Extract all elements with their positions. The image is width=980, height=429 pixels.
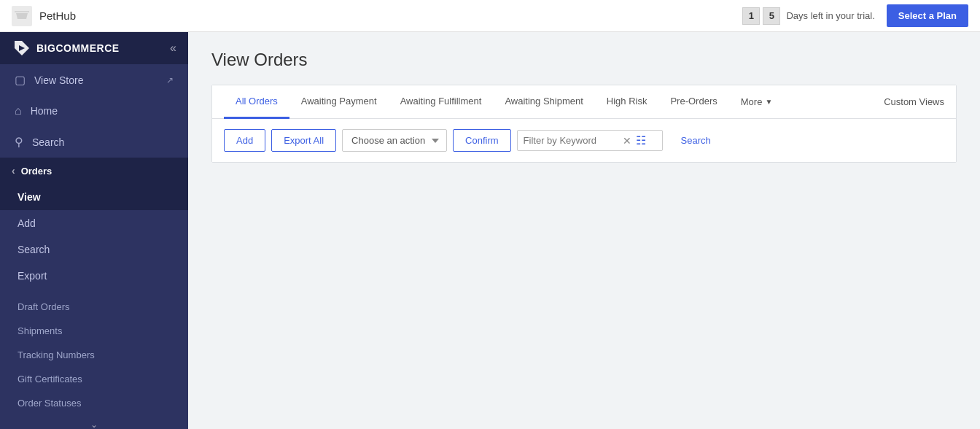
orders-card: All Orders Awaiting Payment Awaiting Ful…: [211, 85, 957, 163]
store-name: PetHub: [39, 9, 76, 22]
search-nav-icon: ⚲: [15, 135, 23, 149]
layout: BIGCOMMERCE « ▢ View Store ↗ ⌂ Home ⚲ Se…: [0, 32, 980, 429]
sidebar-orders-search-label: Search: [18, 244, 50, 255]
sidebar-tracking-numbers-label: Tracking Numbers: [18, 349, 95, 360]
tab-awaiting-shipment[interactable]: Awaiting Shipment: [493, 85, 594, 119]
tab-all-orders[interactable]: All Orders: [224, 85, 289, 119]
sidebar-item-search-label: Search: [32, 136, 64, 148]
sidebar-item-view-store[interactable]: ▢ View Store ↗: [0, 64, 188, 96]
home-icon: ⌂: [15, 104, 22, 117]
external-link-icon: ↗: [166, 75, 174, 85]
tab-awaiting-payment[interactable]: Awaiting Payment: [289, 85, 389, 119]
sidebar-orders-export[interactable]: Export: [0, 263, 188, 289]
sidebar-orders-view-label: View: [18, 191, 41, 203]
tab-high-risk[interactable]: High Risk: [595, 85, 659, 119]
action-select[interactable]: Choose an action Mark as Shipped Archive…: [342, 129, 447, 152]
search-button[interactable]: Search: [669, 129, 723, 152]
tab-custom-views[interactable]: Custom Views: [872, 86, 944, 117]
tab-awaiting-fulfillment[interactable]: Awaiting Fulfillment: [389, 85, 494, 119]
custom-views-label: Custom Views: [884, 96, 944, 107]
trial-day-2: 5: [763, 7, 780, 25]
content-area: View Orders All Orders Awaiting Payment …: [188, 32, 980, 429]
sidebar-order-statuses[interactable]: Order Statuses: [0, 391, 188, 415]
sidebar-orders-search[interactable]: Search: [0, 236, 188, 263]
sidebar-item-search[interactable]: ⚲ Search: [0, 126, 188, 158]
sidebar-header: BIGCOMMERCE «: [0, 32, 188, 64]
sidebar-item-home[interactable]: ⌂ Home: [0, 96, 188, 126]
confirm-button[interactable]: Confirm: [453, 129, 511, 152]
sidebar-order-statuses-label: Order Statuses: [18, 398, 81, 409]
store-icon: [12, 6, 32, 26]
tab-pre-orders[interactable]: Pre-Orders: [658, 85, 728, 119]
action-select-wrap: Choose an action Mark as Shipped Archive…: [342, 129, 447, 152]
scroll-indicator: ⌄: [0, 415, 188, 429]
more-label: More: [741, 96, 763, 107]
export-all-button[interactable]: Export All: [271, 129, 336, 152]
sidebar: BIGCOMMERCE « ▢ View Store ↗ ⌂ Home ⚲ Se…: [0, 32, 188, 429]
sidebar-shipments[interactable]: Shipments: [0, 319, 188, 343]
sidebar-draft-orders-label: Draft Orders: [18, 301, 70, 312]
sidebar-draft-orders[interactable]: Draft Orders: [0, 295, 188, 319]
filter-keyword-input[interactable]: [524, 135, 618, 146]
sidebar-orders-section[interactable]: ‹ Orders: [0, 158, 188, 184]
topbar-right: 1 5 Days left in your trial. Select a Pl…: [742, 4, 968, 27]
back-arrow-icon: ‹: [12, 165, 15, 177]
sidebar-orders-add[interactable]: Add: [0, 210, 188, 236]
add-button[interactable]: Add: [224, 129, 265, 152]
sidebar-orders-export-label: Export: [18, 270, 47, 282]
logo-text: BIGCOMMERCE: [36, 42, 120, 54]
bigcommerce-logo-icon: [12, 38, 32, 58]
filter-options-icon[interactable]: ☷: [636, 134, 646, 147]
chevron-down-icon: ▼: [765, 98, 772, 106]
sidebar-orders-add-label: Add: [18, 217, 36, 229]
sidebar-item-view-store-label: View Store: [34, 74, 83, 86]
sidebar-shipments-label: Shipments: [18, 325, 62, 336]
sidebar-orders-label: Orders: [21, 166, 52, 177]
tab-more[interactable]: More ▼: [729, 86, 785, 117]
sidebar-tracking-numbers[interactable]: Tracking Numbers: [0, 343, 188, 367]
topbar: PetHub 1 5 Days left in your trial. Sele…: [0, 0, 980, 32]
filter-clear-icon[interactable]: ✕: [623, 135, 631, 147]
main-content: View Orders All Orders Awaiting Payment …: [188, 32, 980, 429]
sidebar-gift-certificates-label: Gift Certificates: [18, 374, 82, 384]
trial-day-1: 1: [742, 7, 760, 25]
sidebar-gift-certificates[interactable]: Gift Certificates: [0, 367, 188, 391]
sidebar-orders-view[interactable]: View: [0, 184, 188, 210]
trial-badge: 1 5 Days left in your trial.: [742, 7, 874, 25]
view-store-icon: ▢: [15, 73, 26, 87]
page-title: View Orders: [211, 50, 957, 70]
scroll-down-icon: ⌄: [90, 420, 98, 429]
topbar-left: PetHub: [12, 6, 76, 26]
tabs-bar: All Orders Awaiting Payment Awaiting Ful…: [212, 85, 956, 119]
toolbar: Add Export All Choose an action Mark as …: [212, 119, 956, 162]
sidebar-item-home-label: Home: [31, 105, 58, 117]
bigcommerce-logo: BIGCOMMERCE: [12, 38, 120, 58]
trial-text: Days left in your trial.: [786, 10, 874, 21]
select-plan-button[interactable]: Select a Plan: [887, 4, 968, 27]
filter-wrap: ✕ ☷: [517, 130, 663, 151]
sidebar-collapse-button[interactable]: «: [170, 42, 176, 55]
